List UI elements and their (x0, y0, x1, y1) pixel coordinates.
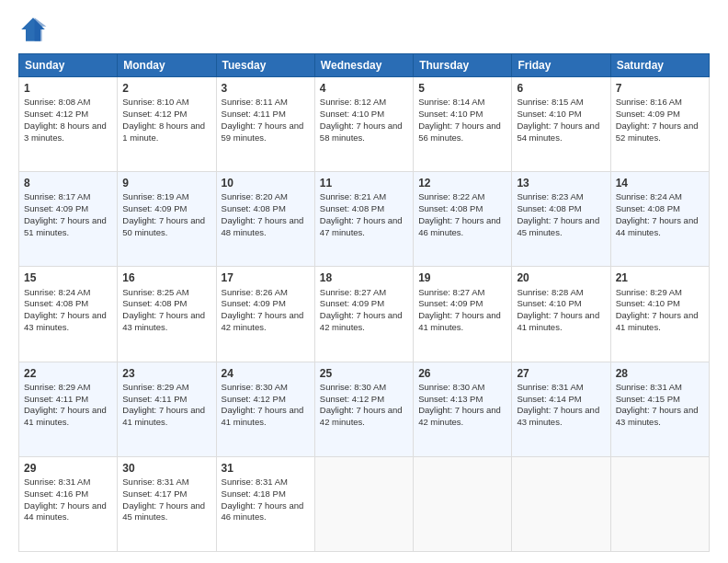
calendar-cell: 28Sunrise: 8:31 AMSunset: 4:15 PMDayligh… (610, 362, 709, 456)
calendar-cell: 3Sunrise: 8:11 AMSunset: 4:11 PMDaylight… (216, 77, 314, 172)
calendar-cell: 15Sunrise: 8:24 AMSunset: 4:08 PMDayligh… (19, 267, 118, 362)
calendar-cell: 25Sunrise: 8:30 AMSunset: 4:12 PMDayligh… (314, 362, 413, 456)
calendar-cell (512, 456, 610, 551)
day-number: 10 (222, 176, 310, 190)
calendar-cell: 8Sunrise: 8:17 AMSunset: 4:09 PMDaylight… (19, 172, 118, 267)
calendar-cell: 18Sunrise: 8:27 AMSunset: 4:09 PMDayligh… (314, 267, 413, 362)
calendar-cell: 29Sunrise: 8:31 AMSunset: 4:16 PMDayligh… (19, 456, 118, 551)
calendar-cell (610, 456, 709, 551)
col-header-sunday: Sunday (19, 54, 118, 77)
day-number: 9 (122, 176, 210, 190)
calendar-cell: 17Sunrise: 8:26 AMSunset: 4:09 PMDayligh… (216, 267, 314, 362)
day-number: 6 (517, 81, 605, 96)
day-number: 2 (122, 81, 210, 96)
day-number: 7 (616, 81, 704, 96)
calendar-cell: 9Sunrise: 8:19 AMSunset: 4:09 PMDaylight… (118, 172, 216, 267)
calendar-cell: 7Sunrise: 8:16 AMSunset: 4:09 PMDaylight… (610, 77, 709, 172)
calendar-cell: 1Sunrise: 8:08 AMSunset: 4:12 PMDaylight… (19, 77, 118, 172)
calendar-cell: 12Sunrise: 8:22 AMSunset: 4:08 PMDayligh… (414, 172, 512, 267)
day-number: 12 (418, 176, 506, 190)
col-header-wednesday: Wednesday (314, 54, 413, 77)
day-number: 24 (222, 366, 310, 381)
day-number: 25 (320, 366, 408, 381)
day-number: 8 (24, 176, 112, 190)
day-number: 5 (418, 81, 506, 96)
calendar-cell: 27Sunrise: 8:31 AMSunset: 4:14 PMDayligh… (512, 362, 610, 456)
calendar-cell: 30Sunrise: 8:31 AMSunset: 4:17 PMDayligh… (118, 456, 216, 551)
calendar-table: SundayMondayTuesdayWednesdayThursdayFrid… (18, 53, 710, 552)
day-number: 30 (122, 461, 210, 476)
day-number: 1 (24, 81, 112, 96)
calendar-cell: 11Sunrise: 8:21 AMSunset: 4:08 PMDayligh… (314, 172, 413, 267)
day-number: 22 (24, 366, 112, 381)
calendar-cell (314, 456, 413, 551)
col-header-saturday: Saturday (610, 54, 709, 77)
calendar-cell: 24Sunrise: 8:30 AMSunset: 4:12 PMDayligh… (216, 362, 314, 456)
calendar-cell: 2Sunrise: 8:10 AMSunset: 4:12 PMDaylight… (118, 77, 216, 172)
calendar-cell: 20Sunrise: 8:28 AMSunset: 4:10 PMDayligh… (512, 267, 610, 362)
day-number: 23 (122, 366, 210, 381)
calendar-cell: 16Sunrise: 8:25 AMSunset: 4:08 PMDayligh… (118, 267, 216, 362)
day-number: 19 (418, 270, 506, 285)
calendar-cell: 19Sunrise: 8:27 AMSunset: 4:09 PMDayligh… (414, 267, 512, 362)
calendar-cell: 14Sunrise: 8:24 AMSunset: 4:08 PMDayligh… (610, 172, 709, 267)
day-number: 28 (616, 366, 704, 381)
col-header-tuesday: Tuesday (216, 54, 314, 77)
day-number: 15 (24, 270, 112, 285)
calendar-cell: 23Sunrise: 8:29 AMSunset: 4:11 PMDayligh… (118, 362, 216, 456)
day-number: 21 (616, 270, 704, 285)
calendar-cell: 22Sunrise: 8:29 AMSunset: 4:11 PMDayligh… (19, 362, 118, 456)
day-number: 20 (517, 270, 605, 285)
day-number: 16 (122, 270, 210, 285)
calendar-cell: 10Sunrise: 8:20 AMSunset: 4:08 PMDayligh… (216, 172, 314, 267)
day-number: 29 (24, 461, 112, 476)
day-number: 4 (320, 81, 408, 96)
calendar-cell: 5Sunrise: 8:14 AMSunset: 4:10 PMDaylight… (414, 77, 512, 172)
col-header-monday: Monday (118, 54, 216, 77)
logo (18, 15, 51, 44)
col-header-friday: Friday (512, 54, 610, 77)
calendar-cell: 4Sunrise: 8:12 AMSunset: 4:10 PMDaylight… (314, 77, 413, 172)
calendar-cell: 26Sunrise: 8:30 AMSunset: 4:13 PMDayligh… (414, 362, 512, 456)
col-header-thursday: Thursday (414, 54, 512, 77)
calendar-cell: 31Sunrise: 8:31 AMSunset: 4:18 PMDayligh… (216, 456, 314, 551)
calendar-cell (414, 456, 512, 551)
day-number: 31 (222, 461, 310, 476)
day-number: 18 (320, 270, 408, 285)
day-number: 26 (418, 366, 506, 381)
day-number: 27 (517, 366, 605, 381)
calendar-cell: 21Sunrise: 8:29 AMSunset: 4:10 PMDayligh… (610, 267, 709, 362)
day-number: 17 (222, 270, 310, 285)
day-number: 11 (320, 176, 408, 190)
day-number: 3 (222, 81, 310, 96)
calendar-cell: 6Sunrise: 8:15 AMSunset: 4:10 PMDaylight… (512, 77, 610, 172)
day-number: 14 (616, 176, 704, 190)
day-number: 13 (517, 176, 605, 190)
calendar-cell: 13Sunrise: 8:23 AMSunset: 4:08 PMDayligh… (512, 172, 610, 267)
